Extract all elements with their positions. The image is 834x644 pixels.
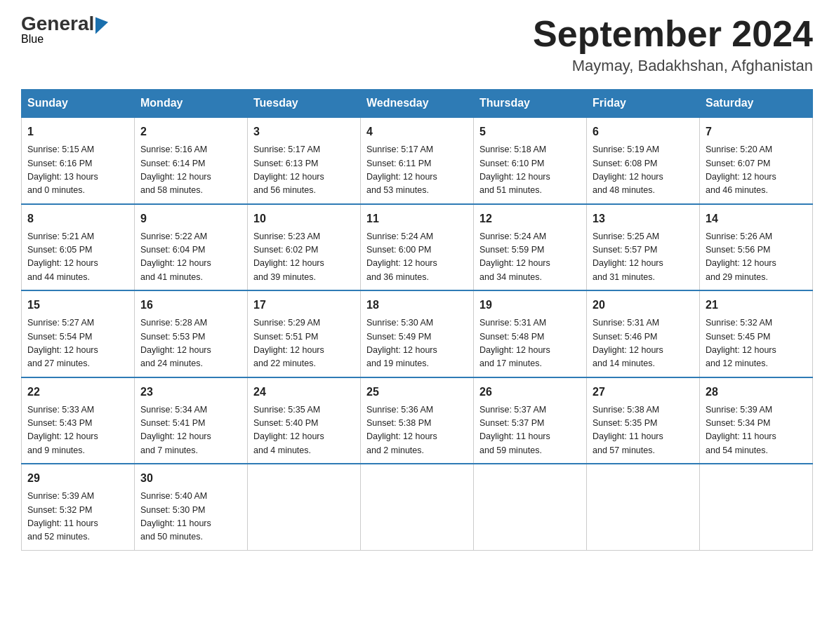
col-header-saturday: Saturday: [700, 90, 813, 118]
col-header-thursday: Thursday: [474, 90, 587, 118]
day-number: 12: [479, 210, 581, 227]
calendar-cell: 29Sunrise: 5:39 AM Sunset: 5:32 PM Dayli…: [22, 464, 135, 550]
calendar-cell: 24Sunrise: 5:35 AM Sunset: 5:40 PM Dayli…: [248, 377, 361, 464]
col-header-monday: Monday: [135, 90, 248, 118]
day-info: Sunrise: 5:38 AM Sunset: 5:35 PM Dayligh…: [593, 403, 694, 458]
day-info: Sunrise: 5:31 AM Sunset: 5:46 PM Dayligh…: [593, 316, 694, 371]
location-subtitle: Maymay, Badakhshan, Afghanistan: [533, 57, 813, 75]
col-header-tuesday: Tuesday: [248, 90, 361, 118]
day-number: 23: [140, 384, 241, 401]
calendar-week-row: 1Sunrise: 5:15 AM Sunset: 6:16 PM Daylig…: [22, 117, 813, 204]
calendar-cell: 8Sunrise: 5:21 AM Sunset: 6:05 PM Daylig…: [22, 204, 135, 291]
calendar-cell: 10Sunrise: 5:23 AM Sunset: 6:02 PM Dayli…: [248, 204, 361, 291]
day-info: Sunrise: 5:28 AM Sunset: 5:53 PM Dayligh…: [140, 316, 241, 371]
calendar-cell: 21Sunrise: 5:32 AM Sunset: 5:45 PM Dayli…: [700, 290, 813, 377]
calendar-week-row: 29Sunrise: 5:39 AM Sunset: 5:32 PM Dayli…: [22, 464, 813, 550]
day-number: 30: [140, 470, 241, 487]
col-header-wednesday: Wednesday: [361, 90, 474, 118]
calendar-cell: [700, 464, 813, 550]
calendar-cell: 9Sunrise: 5:22 AM Sunset: 6:04 PM Daylig…: [135, 204, 248, 291]
day-number: 10: [253, 210, 355, 227]
title-section: September 2024 Maymay, Badakhshan, Afgha…: [533, 14, 813, 75]
day-info: Sunrise: 5:22 AM Sunset: 6:04 PM Dayligh…: [140, 230, 241, 285]
day-number: 29: [27, 470, 128, 487]
day-number: 19: [479, 297, 581, 314]
day-number: 13: [593, 210, 694, 227]
logo-arrow-icon: [95, 14, 108, 34]
day-info: Sunrise: 5:33 AM Sunset: 5:43 PM Dayligh…: [27, 403, 128, 458]
calendar-cell: 7Sunrise: 5:20 AM Sunset: 6:07 PM Daylig…: [700, 117, 813, 204]
calendar-cell: 12Sunrise: 5:24 AM Sunset: 5:59 PM Dayli…: [474, 204, 587, 291]
calendar-week-row: 15Sunrise: 5:27 AM Sunset: 5:54 PM Dayli…: [22, 290, 813, 377]
day-number: 8: [27, 210, 128, 227]
day-number: 4: [366, 123, 468, 140]
day-number: 25: [366, 384, 468, 401]
day-number: 22: [27, 384, 128, 401]
day-info: Sunrise: 5:21 AM Sunset: 6:05 PM Dayligh…: [27, 230, 128, 285]
calendar-cell: 3Sunrise: 5:17 AM Sunset: 6:13 PM Daylig…: [248, 117, 361, 204]
calendar-cell: 19Sunrise: 5:31 AM Sunset: 5:48 PM Dayli…: [474, 290, 587, 377]
day-info: Sunrise: 5:15 AM Sunset: 6:16 PM Dayligh…: [27, 143, 128, 198]
calendar-cell: [248, 464, 361, 550]
day-info: Sunrise: 5:30 AM Sunset: 5:49 PM Dayligh…: [366, 316, 468, 371]
calendar-cell: 18Sunrise: 5:30 AM Sunset: 5:49 PM Dayli…: [361, 290, 474, 377]
day-number: 20: [593, 297, 694, 314]
calendar-week-row: 22Sunrise: 5:33 AM Sunset: 5:43 PM Dayli…: [22, 377, 813, 464]
month-title: September 2024: [533, 14, 813, 54]
day-info: Sunrise: 5:39 AM Sunset: 5:32 PM Dayligh…: [27, 490, 128, 544]
calendar-cell: 25Sunrise: 5:36 AM Sunset: 5:38 PM Dayli…: [361, 377, 474, 464]
day-info: Sunrise: 5:20 AM Sunset: 6:07 PM Dayligh…: [706, 143, 807, 198]
day-number: 6: [593, 123, 694, 140]
day-info: Sunrise: 5:16 AM Sunset: 6:14 PM Dayligh…: [140, 143, 241, 198]
day-number: 1: [27, 123, 128, 140]
logo-general-text: General: [21, 14, 94, 34]
day-number: 2: [140, 123, 241, 140]
calendar-cell: 14Sunrise: 5:26 AM Sunset: 5:56 PM Dayli…: [700, 204, 813, 291]
day-number: 11: [366, 210, 468, 227]
day-info: Sunrise: 5:27 AM Sunset: 5:54 PM Dayligh…: [27, 316, 128, 371]
calendar-header-row: SundayMondayTuesdayWednesdayThursdayFrid…: [22, 90, 813, 118]
day-number: 27: [593, 384, 694, 401]
day-info: Sunrise: 5:18 AM Sunset: 6:10 PM Dayligh…: [479, 143, 581, 198]
logo: General Blue: [21, 14, 108, 45]
day-number: 16: [140, 297, 241, 314]
calendar-cell: 23Sunrise: 5:34 AM Sunset: 5:41 PM Dayli…: [135, 377, 248, 464]
day-info: Sunrise: 5:19 AM Sunset: 6:08 PM Dayligh…: [593, 143, 694, 198]
day-info: Sunrise: 5:17 AM Sunset: 6:11 PM Dayligh…: [366, 143, 468, 198]
calendar-cell: 30Sunrise: 5:40 AM Sunset: 5:30 PM Dayli…: [135, 464, 248, 550]
calendar-table: SundayMondayTuesdayWednesdayThursdayFrid…: [21, 89, 813, 551]
day-info: Sunrise: 5:31 AM Sunset: 5:48 PM Dayligh…: [479, 316, 581, 371]
day-number: 9: [140, 210, 241, 227]
calendar-cell: 22Sunrise: 5:33 AM Sunset: 5:43 PM Dayli…: [22, 377, 135, 464]
calendar-cell: [474, 464, 587, 550]
day-number: 15: [27, 297, 128, 314]
col-header-sunday: Sunday: [22, 90, 135, 118]
calendar-cell: 5Sunrise: 5:18 AM Sunset: 6:10 PM Daylig…: [474, 117, 587, 204]
day-number: 24: [253, 384, 355, 401]
day-number: 3: [253, 123, 355, 140]
page-header: General Blue September 2024 Maymay, Bada…: [21, 14, 813, 75]
day-number: 26: [479, 384, 581, 401]
calendar-cell: 26Sunrise: 5:37 AM Sunset: 5:37 PM Dayli…: [474, 377, 587, 464]
day-info: Sunrise: 5:32 AM Sunset: 5:45 PM Dayligh…: [706, 316, 807, 371]
day-number: 14: [706, 210, 807, 227]
day-info: Sunrise: 5:34 AM Sunset: 5:41 PM Dayligh…: [140, 403, 241, 458]
col-header-friday: Friday: [587, 90, 700, 118]
day-info: Sunrise: 5:35 AM Sunset: 5:40 PM Dayligh…: [253, 403, 355, 458]
day-number: 17: [253, 297, 355, 314]
logo-blue-text: Blue: [21, 33, 44, 45]
calendar-cell: 13Sunrise: 5:25 AM Sunset: 5:57 PM Dayli…: [587, 204, 700, 291]
day-number: 7: [706, 123, 807, 140]
day-number: 28: [706, 384, 807, 401]
day-number: 5: [479, 123, 581, 140]
calendar-cell: 15Sunrise: 5:27 AM Sunset: 5:54 PM Dayli…: [22, 290, 135, 377]
day-info: Sunrise: 5:37 AM Sunset: 5:37 PM Dayligh…: [479, 403, 581, 458]
day-info: Sunrise: 5:29 AM Sunset: 5:51 PM Dayligh…: [253, 316, 355, 371]
calendar-cell: [587, 464, 700, 550]
calendar-cell: 16Sunrise: 5:28 AM Sunset: 5:53 PM Dayli…: [135, 290, 248, 377]
calendar-cell: 1Sunrise: 5:15 AM Sunset: 6:16 PM Daylig…: [22, 117, 135, 204]
calendar-cell: 2Sunrise: 5:16 AM Sunset: 6:14 PM Daylig…: [135, 117, 248, 204]
day-info: Sunrise: 5:39 AM Sunset: 5:34 PM Dayligh…: [706, 403, 807, 458]
calendar-cell: 20Sunrise: 5:31 AM Sunset: 5:46 PM Dayli…: [587, 290, 700, 377]
calendar-cell: 4Sunrise: 5:17 AM Sunset: 6:11 PM Daylig…: [361, 117, 474, 204]
